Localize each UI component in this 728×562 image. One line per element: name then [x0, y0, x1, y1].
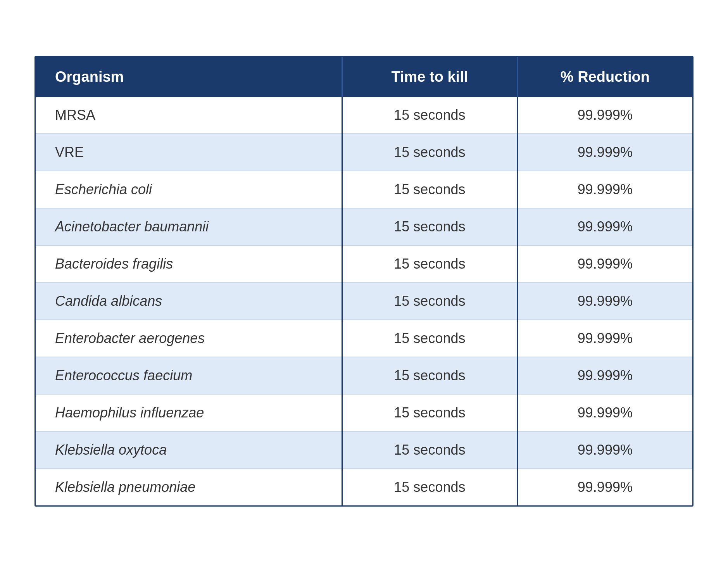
- cell-reduction: 99.999%: [517, 134, 692, 171]
- header-reduction: % Reduction: [517, 57, 692, 97]
- cell-time-to-kill: 15 seconds: [342, 171, 518, 208]
- table-row: Escherichia coli15 seconds99.999%: [36, 171, 692, 208]
- cell-reduction: 99.999%: [517, 283, 692, 320]
- cell-reduction: 99.999%: [517, 357, 692, 394]
- table-body: MRSA15 seconds99.999%VRE15 seconds99.999…: [36, 97, 692, 505]
- cell-time-to-kill: 15 seconds: [342, 320, 518, 357]
- cell-organism: Candida albicans: [36, 283, 342, 320]
- cell-reduction: 99.999%: [517, 431, 692, 469]
- table-header-row: Organism Time to kill % Reduction: [36, 57, 692, 97]
- cell-time-to-kill: 15 seconds: [342, 134, 518, 171]
- table-row: Enterobacter aerogenes15 seconds99.999%: [36, 320, 692, 357]
- table-row: MRSA15 seconds99.999%: [36, 97, 692, 134]
- table-row: Enterococcus faecium15 seconds99.999%: [36, 357, 692, 394]
- cell-organism: Escherichia coli: [36, 171, 342, 208]
- header-organism: Organism: [36, 57, 342, 97]
- cell-organism: Haemophilus influenzae: [36, 394, 342, 431]
- cell-reduction: 99.999%: [517, 171, 692, 208]
- header-time-to-kill: Time to kill: [342, 57, 518, 97]
- cell-time-to-kill: 15 seconds: [342, 431, 518, 469]
- cell-organism: Bacteroides fragilis: [36, 245, 342, 283]
- data-table: Organism Time to kill % Reduction MRSA15…: [35, 56, 693, 507]
- table-row: VRE15 seconds99.999%: [36, 134, 692, 171]
- table-row: Acinetobacter baumannii15 seconds99.999%: [36, 208, 692, 245]
- cell-time-to-kill: 15 seconds: [342, 97, 518, 134]
- cell-reduction: 99.999%: [517, 469, 692, 505]
- cell-reduction: 99.999%: [517, 208, 692, 245]
- cell-time-to-kill: 15 seconds: [342, 208, 518, 245]
- cell-organism: Acinetobacter baumannii: [36, 208, 342, 245]
- table-row: Haemophilus influenzae15 seconds99.999%: [36, 394, 692, 431]
- table-row: Candida albicans15 seconds99.999%: [36, 283, 692, 320]
- cell-reduction: 99.999%: [517, 320, 692, 357]
- cell-organism: VRE: [36, 134, 342, 171]
- cell-organism: Enterococcus faecium: [36, 357, 342, 394]
- cell-time-to-kill: 15 seconds: [342, 245, 518, 283]
- cell-time-to-kill: 15 seconds: [342, 283, 518, 320]
- table-row: Klebsiella pneumoniae15 seconds99.999%: [36, 469, 692, 505]
- cell-time-to-kill: 15 seconds: [342, 394, 518, 431]
- cell-reduction: 99.999%: [517, 97, 692, 134]
- table-row: Bacteroides fragilis15 seconds99.999%: [36, 245, 692, 283]
- cell-time-to-kill: 15 seconds: [342, 469, 518, 505]
- cell-organism: MRSA: [36, 97, 342, 134]
- cell-time-to-kill: 15 seconds: [342, 357, 518, 394]
- cell-reduction: 99.999%: [517, 394, 692, 431]
- cell-organism: Klebsiella oxytoca: [36, 431, 342, 469]
- cell-organism: Enterobacter aerogenes: [36, 320, 342, 357]
- cell-organism: Klebsiella pneumoniae: [36, 469, 342, 505]
- table-row: Klebsiella oxytoca15 seconds99.999%: [36, 431, 692, 469]
- cell-reduction: 99.999%: [517, 245, 692, 283]
